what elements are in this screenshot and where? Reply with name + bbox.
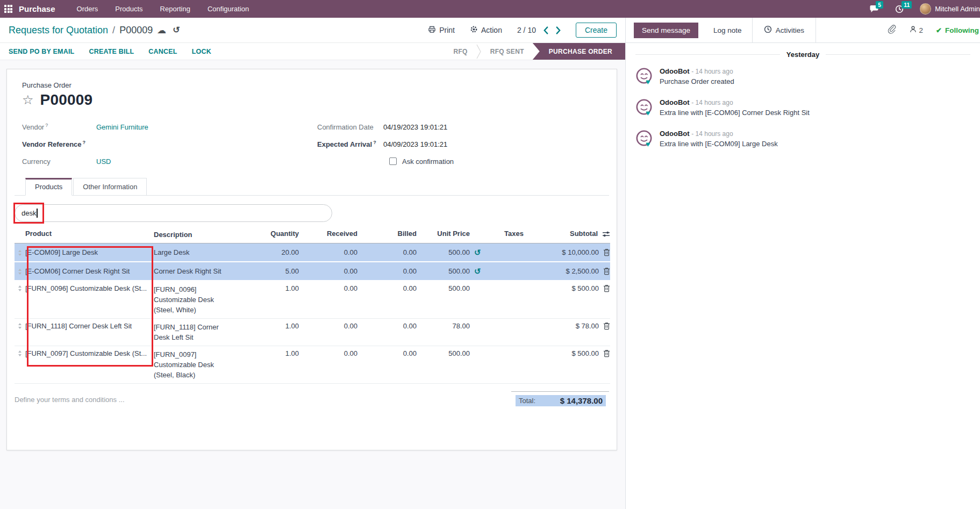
cell-description[interactable]: [FURN_0096] Customizable Desk (Steel, Wh… xyxy=(154,284,256,315)
favorite-star-icon[interactable]: ☆ xyxy=(22,94,34,106)
activities-button[interactable]: Activities xyxy=(752,18,816,42)
table-row[interactable]: [E-COM06] Corner Desk Right Sit Corner D… xyxy=(15,262,610,281)
table-row[interactable]: [FURN_1118] Corner Desk Left Sit [FURN_1… xyxy=(15,319,610,346)
cell-unit-price[interactable]: 500.00 xyxy=(448,267,470,275)
delete-line-icon[interactable] xyxy=(603,349,610,357)
following-button[interactable]: ✔ Following xyxy=(936,26,979,34)
expected-arrival-value[interactable]: 04/09/2023 19:01:21 xyxy=(383,140,447,148)
cell-received[interactable]: 0.00 xyxy=(302,248,360,256)
cell-billed[interactable]: 0.00 xyxy=(360,248,419,256)
table-row[interactable]: [FURN_0097] Customizable Desk (St... [FU… xyxy=(15,346,610,384)
terms-placeholder[interactable]: Define your terms and conditions ... xyxy=(15,391,125,404)
stage-rfq-sent[interactable]: RFQ SENT xyxy=(482,43,533,60)
message-author[interactable]: OdooBot xyxy=(660,130,690,138)
confirmation-date-value[interactable]: 04/19/2023 19:01:21 xyxy=(383,123,447,131)
pager-next-icon[interactable] xyxy=(556,26,561,34)
cell-quantity[interactable]: 1.00 xyxy=(256,322,302,330)
cell-billed[interactable]: 0.00 xyxy=(360,267,419,275)
menu-reporting[interactable]: Reporting xyxy=(154,0,197,18)
discard-icon[interactable]: ↺ xyxy=(173,26,180,34)
drag-handle-icon[interactable] xyxy=(18,322,22,329)
followers-button[interactable]: 2 xyxy=(909,25,924,35)
attach-files-button[interactable] xyxy=(887,25,896,35)
odoobot-avatar: ♥ xyxy=(634,67,654,88)
table-row[interactable]: [E-COM09] Large Desk Large Desk 20.00 0.… xyxy=(15,243,610,262)
svg-text:♥: ♥ xyxy=(646,109,650,117)
breadcrumb-parent-link[interactable]: Requests for Quotation xyxy=(9,25,108,36)
cancel-button[interactable]: CANCEL xyxy=(148,48,177,55)
send-message-button[interactable]: Send message xyxy=(634,23,698,38)
send-po-by-email-button[interactable]: SEND PO BY EMAIL xyxy=(9,48,74,55)
tab-products[interactable]: Products xyxy=(25,178,72,196)
cell-received[interactable]: 0.00 xyxy=(302,267,360,275)
stage-purchase-order[interactable]: PURCHASE ORDER xyxy=(533,43,625,60)
drag-handle-icon[interactable] xyxy=(18,249,22,256)
save-cloud-icon[interactable]: ☁ xyxy=(157,26,166,35)
tab-other-information[interactable]: Other Information xyxy=(73,178,147,196)
cell-received[interactable]: 0.00 xyxy=(302,349,360,357)
breadcrumb-current: P00009 xyxy=(119,25,153,36)
total-value: $ 14,378.00 xyxy=(560,396,603,405)
lock-button[interactable]: LOCK xyxy=(192,48,211,55)
help-marker: ? xyxy=(45,123,48,128)
cell-description[interactable]: [FURN_1118] Corner Desk Left Sit xyxy=(154,322,256,342)
cell-quantity[interactable]: 1.00 xyxy=(256,349,302,357)
printer-icon xyxy=(428,25,436,35)
message-author[interactable]: OdooBot xyxy=(660,67,690,75)
delete-line-icon[interactable] xyxy=(603,284,610,292)
price-history-icon[interactable]: ↺ xyxy=(474,248,482,256)
create-button[interactable]: Create xyxy=(576,23,617,38)
pager-value[interactable]: 2 / 10 xyxy=(517,26,536,34)
drag-handle-icon[interactable] xyxy=(18,284,22,291)
cell-unit-price[interactable]: 78.00 xyxy=(452,322,470,330)
cell-billed[interactable]: 0.00 xyxy=(360,284,419,292)
cell-description[interactable]: Large Desk xyxy=(154,247,256,257)
cell-product[interactable]: [E-COM06] Corner Desk Right Sit xyxy=(25,267,154,275)
product-search-input[interactable]: desk xyxy=(15,204,332,222)
cell-quantity[interactable]: 5.00 xyxy=(256,267,302,275)
vendor-value-link[interactable]: Gemini Furniture xyxy=(96,123,148,131)
cell-description[interactable]: Corner Desk Right Sit xyxy=(154,266,256,276)
price-history-icon[interactable]: ↺ xyxy=(474,267,482,275)
apps-menu-icon[interactable] xyxy=(4,5,12,13)
cell-quantity[interactable]: 20.00 xyxy=(256,248,302,256)
message-author[interactable]: OdooBot xyxy=(660,98,690,106)
stage-rfq[interactable]: RFQ xyxy=(445,43,476,60)
cell-product[interactable]: [FURN_1118] Corner Desk Left Sit xyxy=(25,322,154,330)
activities-clock-icon[interactable]: 11 xyxy=(895,5,904,13)
log-note-button[interactable]: Log note xyxy=(706,23,749,38)
cell-unit-price[interactable]: 500.00 xyxy=(448,349,470,357)
cell-unit-price[interactable]: 500.00 xyxy=(448,248,470,256)
currency-value-link[interactable]: USD xyxy=(96,157,111,166)
delete-line-icon[interactable] xyxy=(603,267,610,275)
cell-quantity[interactable]: 1.00 xyxy=(256,284,302,292)
ask-confirmation-checkbox[interactable] xyxy=(389,157,397,165)
app-name[interactable]: Purchase xyxy=(19,4,55,13)
cell-product[interactable]: [FURN_0097] Customizable Desk (St... xyxy=(25,349,154,357)
messages-badge: 5 xyxy=(876,1,883,9)
action-button[interactable]: Action xyxy=(470,25,502,35)
table-row[interactable]: [FURN_0096] Customizable Desk (St... [FU… xyxy=(15,281,610,319)
create-bill-button[interactable]: CREATE BILL xyxy=(89,48,134,55)
menu-orders[interactable]: Orders xyxy=(70,0,105,18)
cell-unit-price[interactable]: 500.00 xyxy=(448,284,470,292)
delete-line-icon[interactable] xyxy=(603,248,610,256)
cell-received[interactable]: 0.00 xyxy=(302,322,360,330)
cell-billed[interactable]: 0.00 xyxy=(360,322,419,330)
user-menu[interactable]: Mitchell Admin xyxy=(920,3,980,15)
drag-handle-icon[interactable] xyxy=(18,268,22,275)
delete-line-icon[interactable] xyxy=(603,322,610,330)
cell-product[interactable]: [FURN_0096] Customizable Desk (St... xyxy=(25,284,154,292)
print-button[interactable]: Print xyxy=(428,25,455,35)
cell-received[interactable]: 0.00 xyxy=(302,284,360,292)
drag-handle-icon[interactable] xyxy=(18,349,22,356)
chatter-toolbar: Send message Log note Activities 2 ✔ Fol… xyxy=(626,18,980,43)
cell-description[interactable]: [FURN_0097] Customizable Desk (Steel, Bl… xyxy=(154,349,256,380)
cell-billed[interactable]: 0.00 xyxy=(360,349,419,357)
cell-product[interactable]: [E-COM09] Large Desk xyxy=(25,248,154,256)
messages-icon[interactable]: 5 xyxy=(869,5,879,13)
menu-configuration[interactable]: Configuration xyxy=(201,0,255,18)
menu-products[interactable]: Products xyxy=(109,0,149,18)
optional-columns-icon[interactable] xyxy=(602,231,610,238)
pager-previous-icon[interactable] xyxy=(543,26,548,34)
